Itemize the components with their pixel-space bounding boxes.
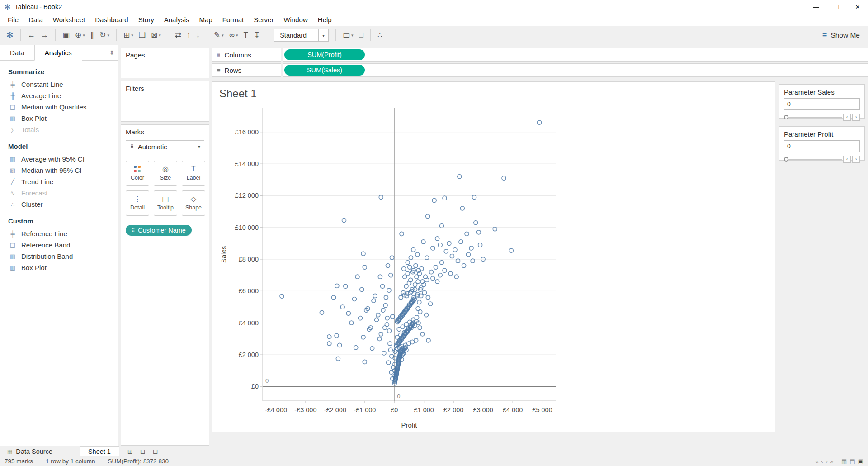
tableau-logo-button[interactable]: ✻ (4, 29, 16, 42)
run-auto-updates-button[interactable]: ↻▾ (97, 29, 112, 42)
scatter-point[interactable] (421, 240, 425, 244)
show-me-button[interactable]: ≡ Show Me (822, 31, 860, 40)
scatter-point[interactable] (384, 295, 388, 300)
scatter-point[interactable] (381, 308, 385, 312)
scatter-point[interactable] (429, 270, 434, 274)
scatter-point[interactable] (438, 273, 442, 277)
previous-sheet-icon[interactable]: ‹ (821, 458, 823, 465)
scatter-point[interactable] (411, 248, 415, 252)
scatter-point[interactable] (466, 252, 470, 257)
scatter-point[interactable] (320, 310, 324, 314)
slider-track[interactable] (784, 114, 842, 120)
scatter-point[interactable] (387, 361, 391, 365)
close-button[interactable]: ✕ (847, 0, 868, 14)
slider-increment-button[interactable]: › (852, 114, 860, 121)
scatter-point[interactable] (327, 335, 331, 339)
presentation-mode-button[interactable]: □ (356, 29, 366, 42)
scatter-point[interactable] (354, 346, 358, 350)
analytics-item-box-plot[interactable]: ▥Box Plot (0, 113, 118, 124)
menu-server[interactable]: Server (249, 14, 278, 26)
new-dashboard-button[interactable]: ⊟ (137, 446, 149, 456)
scatter-point[interactable] (450, 254, 454, 258)
scatter-point[interactable] (447, 241, 451, 245)
scatter-point[interactable] (460, 206, 464, 210)
pill-sum-sales[interactable]: SUM(Sales) (284, 65, 365, 76)
scatter-point[interactable] (448, 271, 453, 276)
scatter-point[interactable] (474, 221, 478, 225)
analytics-item-reference-line[interactable]: ╪Reference Line (0, 228, 118, 239)
data-source-tab[interactable]: ▦ Data Source (0, 446, 60, 456)
last-sheet-icon[interactable]: » (830, 458, 833, 465)
scatter-point[interactable] (361, 252, 365, 256)
detail-button[interactable]: ⋮Detail (126, 190, 149, 216)
tab-data[interactable]: Data (0, 45, 34, 60)
slider-decrement-button[interactable]: ‹ (843, 156, 851, 163)
new-worksheet-button[interactable]: ⊞ (124, 446, 137, 456)
scatter-point[interactable] (420, 332, 425, 336)
detail-pill-customer-name[interactable]: ⠿ Customer Name (126, 225, 192, 236)
scatter-point[interactable] (416, 307, 420, 311)
scatter-point[interactable] (377, 337, 382, 341)
scatter-point[interactable] (373, 294, 377, 298)
scatter-point[interactable] (344, 284, 348, 288)
analytics-item-trend-line[interactable]: ╱Trend Line (0, 176, 118, 187)
scatter-point[interactable] (538, 120, 542, 124)
scatter-point[interactable] (440, 261, 444, 265)
analytics-item-distribution-band[interactable]: ▥Distribution Band (0, 251, 118, 262)
menu-worksheet[interactable]: Worksheet (48, 14, 90, 26)
pill-sum-profit[interactable]: SUM(Profit) (284, 49, 365, 60)
scatter-point[interactable] (327, 342, 331, 346)
slider-knob[interactable] (784, 115, 788, 119)
highlight-button[interactable]: ✎▾ (211, 29, 226, 42)
group-members-button[interactable]: ∞▾ (226, 29, 241, 42)
scatter-point[interactable] (408, 265, 412, 269)
scatter-point[interactable] (431, 276, 435, 281)
scatter-point[interactable] (346, 311, 350, 315)
scatter-point[interactable] (355, 275, 359, 279)
scatter-point[interactable] (426, 295, 430, 300)
new-story-button[interactable]: ⊡ (149, 446, 162, 456)
chevron-down-icon[interactable]: ▾ (194, 141, 204, 153)
scatter-point[interactable] (376, 313, 380, 317)
analytics-item-reference-band[interactable]: ▤Reference Band (0, 239, 118, 251)
scatter-point[interactable] (435, 237, 439, 241)
scatter-point[interactable] (465, 232, 469, 236)
save-button[interactable]: ▣ (60, 29, 72, 42)
scatter-point[interactable] (381, 284, 385, 288)
scatter-point[interactable] (383, 326, 387, 330)
scatter-point[interactable] (372, 299, 376, 303)
scatter-point[interactable] (438, 243, 442, 247)
scatter-point[interactable] (386, 264, 390, 268)
menu-dashboard[interactable]: Dashboard (90, 14, 133, 26)
scatter-point[interactable] (417, 300, 421, 304)
slider-increment-button[interactable]: › (852, 156, 860, 163)
scatter-point[interactable] (414, 338, 418, 342)
label-button[interactable]: TLabel (182, 161, 205, 186)
new-data-source-button[interactable]: ⊕▾ (72, 29, 88, 42)
maximize-button[interactable]: □ (826, 0, 847, 14)
scatter-point[interactable] (338, 343, 342, 347)
shape-button[interactable]: ◇Shape (182, 190, 205, 216)
scatter-point[interactable] (415, 252, 420, 257)
share-workbook-button[interactable]: ∴ (375, 29, 385, 42)
scatter-point[interactable] (389, 273, 393, 277)
menu-format[interactable]: Format (217, 14, 249, 26)
chevron-down-icon[interactable]: ▾ (159, 33, 161, 38)
analytics-item-cluster[interactable]: ∴Cluster (0, 199, 118, 210)
scatter-point[interactable] (359, 316, 363, 320)
scatter-point[interactable] (414, 264, 418, 268)
slider-decrement-button[interactable]: ‹ (843, 114, 851, 121)
scatter-point[interactable] (387, 288, 391, 292)
scatter-point[interactable] (375, 318, 379, 322)
sort-descending-button[interactable]: ↓ (193, 29, 203, 42)
scatter-point[interactable] (340, 305, 344, 309)
scatter-point[interactable] (415, 315, 419, 319)
chevron-down-icon[interactable]: ▾ (236, 33, 238, 38)
first-sheet-icon[interactable]: « (816, 458, 819, 465)
menu-story[interactable]: Story (133, 14, 159, 26)
tab-analytics[interactable]: Analytics (34, 45, 82, 61)
scatter-point[interactable] (387, 329, 392, 333)
mark-type-dropdown[interactable]: ⠿ Automatic ▾ (126, 140, 204, 153)
scatter-point[interactable] (385, 316, 389, 320)
scatter-point[interactable] (400, 232, 404, 236)
